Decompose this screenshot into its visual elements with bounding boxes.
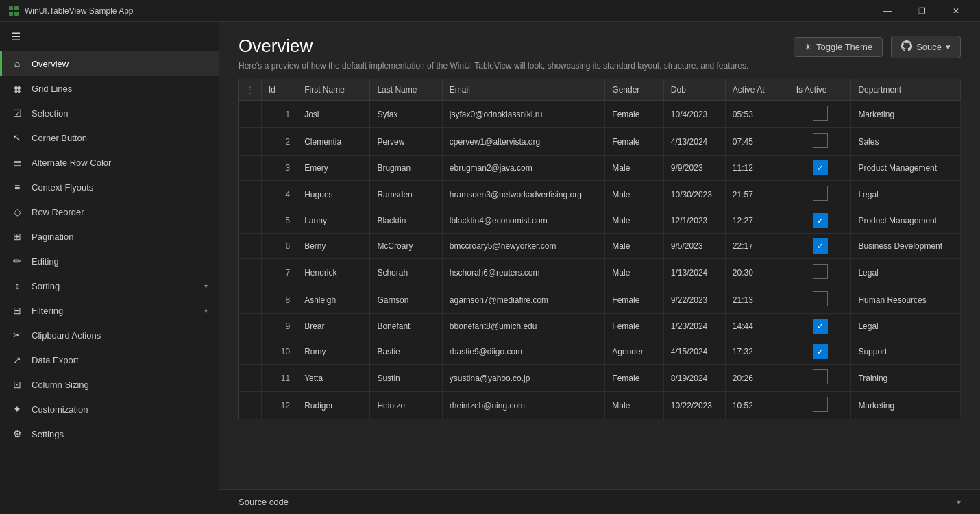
cell-first-name: Brear <box>297 314 370 339</box>
cell-is-active[interactable]: ✓ <box>789 314 851 339</box>
sidebar-item-label: Alternate Row Color <box>32 158 208 168</box>
table-row[interactable]: 3EmeryBrugmanebrugman2@java.comMale9/9/2… <box>239 156 961 181</box>
cell-first-name: Berny <box>297 234 370 259</box>
sidebar-item-pagination[interactable]: ⊞ Pagination <box>0 224 219 249</box>
maximize-button[interactable]: ❐ <box>906 0 938 22</box>
cell-last-name: Garnson <box>370 286 442 314</box>
col-sort-icon: ⋯ <box>690 86 697 94</box>
sidebar-item-row-reorder[interactable]: ◇ Row Reorder <box>0 199 219 224</box>
col-header-first_name[interactable]: First Name⋯ <box>297 79 370 101</box>
cell-department: Business Development <box>851 234 961 259</box>
sidebar-item-alternate-row-color[interactable]: ▤ Alternate Row Color <box>0 150 219 175</box>
col-header-gender[interactable]: Gender⋯ <box>605 79 664 101</box>
table-row[interactable]: 8AshleighGarnsonagarnson7@mediafire.comF… <box>239 286 961 314</box>
source-button[interactable]: Souce ▾ <box>891 36 961 58</box>
cell-gender: Male <box>605 392 664 419</box>
table-row[interactable]: 11YettaSustinysustina@yahoo.co.jpFemale8… <box>239 365 961 392</box>
is-active-checkbox[interactable] <box>813 397 828 412</box>
sidebar-item-context-flyouts[interactable]: ≡ Context Flyouts <box>0 175 219 199</box>
col-header-is_active[interactable]: Is Active⋯ <box>789 79 851 101</box>
hamburger-menu[interactable]: ☰ <box>11 30 21 43</box>
is-active-checkbox[interactable] <box>813 369 828 384</box>
cell-is-active[interactable] <box>789 128 851 156</box>
toggle-theme-button[interactable]: ☀ Toggle Theme <box>794 37 883 57</box>
sidebar-item-label: Corner Button <box>32 133 208 143</box>
col-header-last_name[interactable]: Last Name⋯ <box>370 79 442 101</box>
sidebar-item-grid-lines[interactable]: ▦ Grid Lines <box>0 76 219 101</box>
is-active-checkbox[interactable] <box>813 186 828 201</box>
cell-last-name: Bastie <box>370 339 442 365</box>
table-row[interactable]: 9BrearBonefantbbonefant8@umich.eduFemale… <box>239 314 961 339</box>
table-row[interactable]: 7HendrickSchorahhschorah6@reuters.comMal… <box>239 259 961 286</box>
table-row[interactable]: 4HuguesRamsdenhramsden3@networkadvertisi… <box>239 181 961 208</box>
is-active-checkbox[interactable]: ✓ <box>813 238 828 254</box>
cell-first-name: Lanny <box>297 208 370 234</box>
close-button[interactable]: ✕ <box>940 0 972 22</box>
cell-active-at: 22:17 <box>725 234 789 259</box>
is-active-checkbox[interactable]: ✓ <box>813 160 828 175</box>
col-sort-icon: ⋯ <box>280 86 286 94</box>
cell-dob: 10/4/2023 <box>663 101 725 128</box>
sidebar-item-filtering[interactable]: ⊟ Filtering ▾ <box>0 298 219 323</box>
cell-is-active[interactable] <box>789 286 851 314</box>
row-menu-col <box>239 286 262 314</box>
sidebar-item-sorting[interactable]: ↕ Sorting ▾ <box>0 273 219 298</box>
col-label-last_name: Last Name <box>377 85 417 95</box>
cell-gender: Agender <box>605 339 664 365</box>
is-active-checkbox[interactable] <box>813 106 828 121</box>
sidebar-item-column-sizing[interactable]: ⊡ Column Sizing <box>0 372 219 397</box>
is-active-checkbox[interactable]: ✓ <box>813 213 828 228</box>
table-row[interactable]: 5LannyBlacktinlblacktin4@economist.comMa… <box>239 208 961 234</box>
cell-department: Marketing <box>851 392 961 419</box>
cell-is-active[interactable] <box>789 101 851 128</box>
svg-rect-2 <box>9 12 13 16</box>
cell-dob: 8/19/2024 <box>663 365 725 392</box>
cell-gender: Female <box>605 128 664 156</box>
source-bar[interactable]: Source code ▾ <box>219 489 980 514</box>
is-active-checkbox[interactable] <box>813 133 828 148</box>
cell-is-active[interactable] <box>789 365 851 392</box>
sidebar-item-label: Filtering <box>32 306 196 316</box>
column-sizing-icon: ⊡ <box>11 379 23 390</box>
row-menu-col <box>239 339 262 365</box>
customization-icon: ✦ <box>11 404 23 415</box>
is-active-checkbox[interactable] <box>813 264 828 279</box>
minimize-button[interactable]: — <box>872 0 903 22</box>
col-header-id[interactable]: Id⋯ <box>262 79 297 101</box>
sidebar-item-customization[interactable]: ✦ Customization <box>0 397 219 421</box>
cell-is-active[interactable]: ✓ <box>789 156 851 181</box>
col-header-department[interactable]: Department <box>851 79 961 101</box>
col-header-active_at[interactable]: Active At⋯ <box>725 79 789 101</box>
cell-is-active[interactable] <box>789 392 851 419</box>
cell-active-at: 11:12 <box>725 156 789 181</box>
cell-is-active[interactable]: ✓ <box>789 208 851 234</box>
table-row[interactable]: 2ClementiaPervewcpervew1@altervista.orgF… <box>239 128 961 156</box>
sidebar-item-overview[interactable]: ⌂ Overview <box>0 51 219 76</box>
cell-is-active[interactable]: ✓ <box>789 234 851 259</box>
sidebar-item-settings[interactable]: ⚙ Settings <box>0 421 219 446</box>
col-header-email[interactable]: Email⋯ <box>442 79 604 101</box>
col-header-dob[interactable]: Dob⋯ <box>663 79 725 101</box>
sidebar-item-data-export[interactable]: ↗ Data Export <box>0 347 219 372</box>
table-row[interactable]: 6BernyMcCroarybmccroary5@newyorker.comMa… <box>239 234 961 259</box>
is-active-checkbox[interactable]: ✓ <box>813 319 828 334</box>
cell-is-active[interactable]: ✓ <box>789 339 851 365</box>
cell-last-name: Ramsden <box>370 181 442 208</box>
sidebar-item-selection[interactable]: ☑ Selection <box>0 101 219 125</box>
cell-last-name: McCroary <box>370 234 442 259</box>
sidebar-item-clipboard-actions[interactable]: ✂ Clipboard Actions <box>0 323 219 347</box>
svg-rect-3 <box>14 12 19 16</box>
row-menu-col <box>239 156 262 181</box>
cell-is-active[interactable] <box>789 181 851 208</box>
sidebar-item-corner-button[interactable]: ↖ Corner Button <box>0 125 219 150</box>
app-icon <box>8 5 19 16</box>
is-active-checkbox[interactable]: ✓ <box>813 344 828 359</box>
is-active-checkbox[interactable] <box>813 291 828 306</box>
table-row[interactable]: 1JosiSyfaxjsyfax0@odnoklassniki.ruFemale… <box>239 101 961 128</box>
table-row[interactable]: 10RomyBastierbastie9@diigo.comAgender4/1… <box>239 339 961 365</box>
cell-is-active[interactable] <box>789 259 851 286</box>
table-row[interactable]: 12RudigerHeintzerheintzeb@ning.comMale10… <box>239 392 961 419</box>
cell-id: 1 <box>262 101 297 128</box>
col-header-dots: ⋮ <box>239 79 262 101</box>
sidebar-item-editing[interactable]: ✏ Editing <box>0 249 219 273</box>
